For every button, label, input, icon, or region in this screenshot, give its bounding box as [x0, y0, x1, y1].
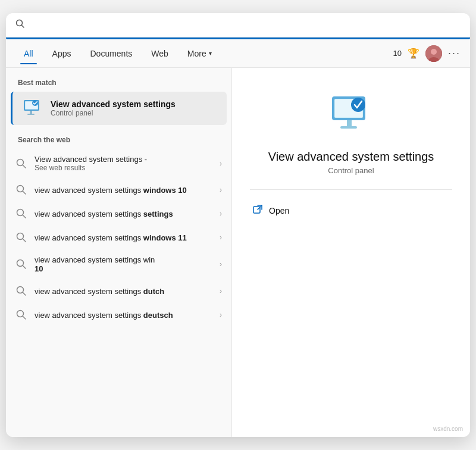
best-match-text: View advanced system settings Control pa…	[51, 99, 176, 117]
svg-point-17	[17, 233, 24, 240]
web-section: Search the web View advanced system sett…	[6, 136, 231, 327]
chevron-right-icon: ›	[220, 233, 222, 242]
svg-point-30	[351, 98, 365, 112]
svg-line-18	[23, 239, 26, 242]
svg-rect-27	[347, 120, 352, 126]
svg-line-14	[23, 192, 26, 195]
avatar[interactable]	[425, 45, 442, 62]
search-bar: View advanced system settings	[6, 13, 470, 38]
main-content: Best match View advanced system sett	[6, 68, 470, 437]
list-item[interactable]: view advanced system settings settings ›	[6, 202, 231, 226]
web-item-main: view advanced system settings deutsch	[35, 311, 212, 320]
left-panel: Best match View advanced system sett	[6, 68, 232, 437]
web-item-text: view advanced system settings windows 11	[35, 233, 212, 242]
app-title-large: View advanced system settings	[268, 150, 434, 164]
web-item-text: View advanced system settings - See web …	[35, 155, 212, 172]
app-subtitle-large: Control panel	[328, 166, 374, 175]
best-match-app-icon	[22, 98, 43, 119]
web-item-sub: See web results	[35, 164, 212, 172]
app-icon-large	[327, 92, 375, 139]
nav-tabs: All Apps Documents Web More ▾	[15, 43, 393, 64]
svg-point-21	[17, 287, 24, 293]
search-icon	[15, 232, 27, 243]
search-icon	[15, 208, 27, 220]
divider	[250, 189, 452, 190]
nav-bar: All Apps Documents Web More ▾ 10 🏆 ···	[6, 39, 470, 68]
svg-line-12	[23, 165, 26, 168]
search-icon	[15, 258, 27, 270]
search-icon	[15, 19, 25, 31]
svg-line-20	[23, 266, 26, 269]
web-item-text: view advanced system settings settings	[35, 210, 212, 218]
chevron-right-icon: ›	[220, 311, 222, 319]
more-options-button[interactable]: ···	[448, 47, 461, 60]
chevron-right-icon: ›	[220, 287, 222, 295]
list-item[interactable]: view advanced system settings windows 10…	[6, 178, 231, 202]
web-item-text: view advanced system settings deutsch	[35, 311, 212, 320]
chevron-right-icon: ›	[220, 260, 222, 268]
tab-web[interactable]: Web	[143, 43, 177, 64]
web-item-text: view advanced system settings windows 10	[35, 186, 212, 195]
search-input[interactable]: View advanced system settings	[31, 20, 461, 30]
badge-count: 10	[393, 49, 402, 58]
open-label: Open	[269, 206, 289, 215]
watermark: wsxdn.com	[433, 426, 463, 432]
tab-apps[interactable]: Apps	[44, 43, 80, 64]
svg-rect-28	[340, 126, 357, 129]
web-item-main: view advanced system settings dutch	[35, 287, 212, 296]
web-item-text: view advanced system settings dutch	[35, 287, 212, 296]
tab-all[interactable]: All	[15, 43, 42, 64]
svg-rect-7	[30, 111, 32, 114]
web-section-label: Search the web	[6, 136, 231, 149]
list-item[interactable]: view advanced system settings win10 ›	[6, 249, 231, 279]
chevron-right-icon: ›	[220, 186, 222, 194]
trophy-icon: 🏆	[408, 48, 419, 59]
best-match-item[interactable]: View advanced system settings Control pa…	[11, 92, 227, 125]
list-item[interactable]: View advanced system settings - See web …	[6, 149, 231, 178]
svg-point-15	[17, 210, 24, 216]
nav-right: 10 🏆 ···	[393, 45, 461, 62]
svg-point-3	[431, 49, 437, 55]
svg-point-11	[17, 159, 24, 165]
search-icon	[15, 285, 27, 297]
web-item-main: view advanced system settings win10	[35, 255, 212, 273]
search-icon	[15, 184, 27, 196]
best-match-label: Best match	[6, 79, 231, 92]
web-item-main: view advanced system settings windows 11	[35, 233, 212, 242]
svg-line-1	[22, 26, 24, 28]
svg-point-19	[17, 260, 24, 267]
best-match-title: View advanced system settings	[51, 99, 176, 109]
open-action[interactable]: Open	[250, 199, 452, 222]
list-item[interactable]: view advanced system settings deutsch ›	[6, 303, 231, 327]
chevron-right-icon: ›	[220, 160, 222, 168]
search-icon	[15, 309, 27, 321]
open-icon	[252, 204, 263, 217]
list-item[interactable]: view advanced system settings windows 11…	[6, 226, 231, 249]
web-item-main: view advanced system settings windows 10	[35, 186, 212, 195]
web-item-main: view advanced system settings settings	[35, 210, 212, 218]
search-icon	[15, 158, 27, 170]
svg-line-16	[23, 215, 26, 218]
web-item-text: view advanced system settings win10	[35, 255, 212, 273]
right-panel: View advanced system settings Control pa…	[232, 68, 470, 437]
svg-point-23	[17, 311, 24, 317]
svg-rect-8	[27, 114, 35, 115]
svg-line-24	[23, 317, 26, 320]
web-item-main: View advanced system settings -	[35, 155, 212, 164]
list-item[interactable]: view advanced system settings dutch ›	[6, 279, 231, 303]
tab-more[interactable]: More ▾	[179, 43, 220, 64]
best-match-subtitle: Control panel	[51, 109, 176, 117]
svg-point-13	[17, 186, 24, 192]
chevron-down-icon: ▾	[209, 50, 212, 57]
chevron-right-icon: ›	[220, 210, 222, 218]
tab-documents[interactable]: Documents	[82, 43, 140, 64]
svg-line-22	[23, 293, 26, 296]
